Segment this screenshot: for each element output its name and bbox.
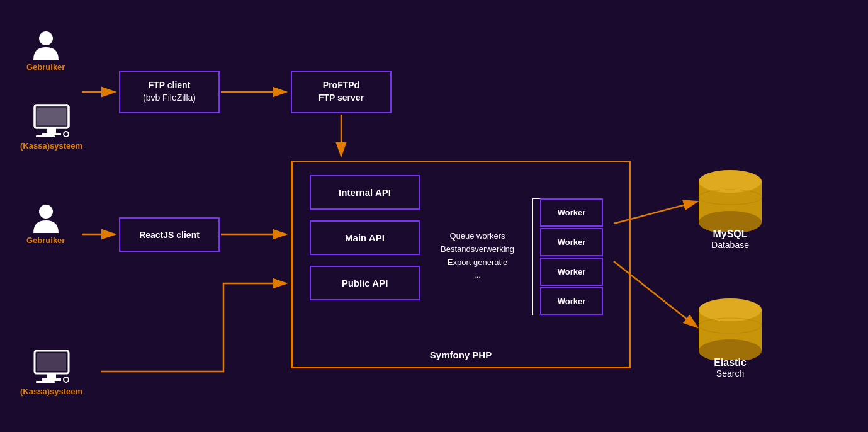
svg-rect-24 [36, 381, 55, 383]
queue-line-3: Export generatie [441, 256, 514, 270]
ftp-client-label: FTP client(bvb FileZilla) [143, 79, 196, 104]
architecture-diagram: Gebruiker (Kassa)systeem Gebruiker [0, 0, 868, 432]
mysql-label-normal: Database [711, 240, 749, 250]
svg-point-23 [64, 377, 69, 382]
queue-line-4: ... [441, 269, 514, 282]
actor-gebruiker-top: Gebruiker [26, 28, 65, 72]
proftpd-label: ProFTPdFTP server [318, 79, 364, 104]
internal-api-box: Internal API [310, 175, 420, 210]
svg-point-9 [39, 31, 53, 45]
svg-rect-14 [47, 128, 56, 133]
mysql-cylinder-icon [696, 162, 765, 232]
proftpd-box: ProFTPdFTP server [291, 71, 392, 113]
actor-kassa-top: (Kassa)systeem [20, 104, 82, 151]
mysql-database: MySQL Database [696, 162, 765, 250]
queue-line-1: Queue workers [441, 230, 514, 243]
elastic-search: Elastic Search [696, 291, 765, 378]
worker-box-3: Worker [540, 258, 603, 286]
person-icon-mid [30, 202, 62, 233]
kassa-top-label: (Kassa)systeem [20, 141, 82, 151]
reactjs-label: ReactJS client [139, 230, 200, 240]
worker-box-1: Worker [540, 198, 603, 227]
main-api-label: Main API [345, 232, 385, 243]
worker-box-2: Worker [540, 228, 603, 256]
elastic-label-bold: Elastic [714, 357, 747, 368]
svg-rect-21 [47, 373, 56, 378]
public-api-box: Public API [310, 266, 420, 300]
monitor-icon-bottom [30, 350, 74, 384]
svg-rect-13 [37, 108, 66, 125]
reactjs-box: ReactJS client [119, 217, 220, 252]
monitor-icon-top [30, 104, 74, 139]
svg-rect-20 [37, 353, 66, 371]
svg-rect-22 [42, 378, 61, 381]
svg-point-18 [39, 205, 53, 219]
svg-rect-15 [42, 133, 61, 135]
svg-point-16 [64, 132, 69, 137]
gebruiker-mid-label: Gebruiker [26, 236, 65, 245]
mysql-label-bold: MySQL [711, 229, 749, 240]
elastic-cylinder-icon [696, 291, 765, 360]
svg-rect-17 [36, 135, 55, 137]
main-api-box: Main API [310, 220, 420, 255]
elastic-label-normal: Search [714, 368, 747, 378]
queue-text: Queue workers Bestandsverwerking Export … [441, 230, 514, 282]
person-icon-top [30, 28, 62, 60]
internal-api-label: Internal API [339, 187, 391, 198]
actor-kassa-bottom: (Kassa)systeem [20, 350, 82, 396]
bracket-left [531, 198, 541, 315]
gebruiker-top-label: Gebruiker [26, 62, 65, 72]
public-api-label: Public API [342, 278, 388, 288]
worker-box-4: Worker [540, 287, 603, 315]
actor-gebruiker-mid: Gebruiker [26, 202, 65, 245]
kassa-bottom-label: (Kassa)systeem [20, 387, 82, 396]
queue-line-2: Bestandsverwerking [441, 243, 514, 256]
symfony-label: Symfony PHP [430, 350, 492, 360]
worker-container: Worker Worker Worker Worker [540, 198, 603, 315]
ftp-client-box: FTP client(bvb FileZilla) [119, 71, 220, 113]
